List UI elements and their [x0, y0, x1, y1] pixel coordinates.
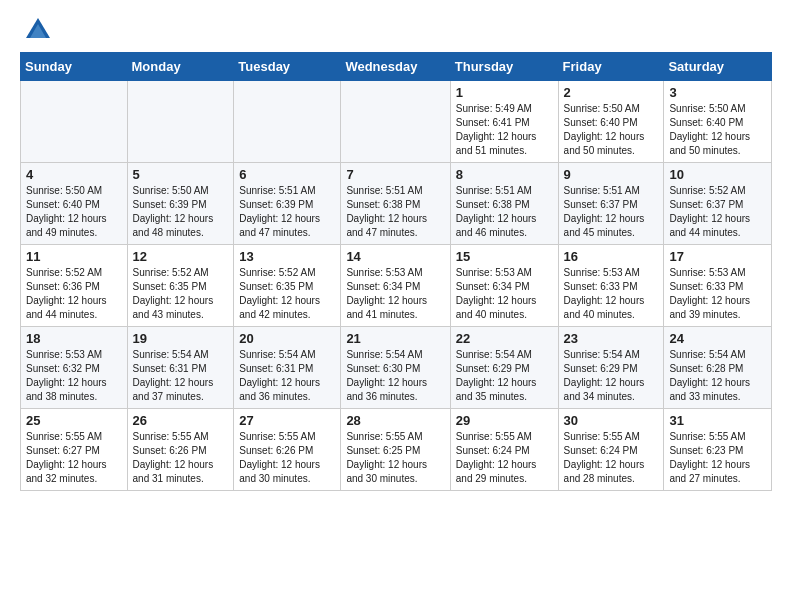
day-number: 1 [456, 85, 553, 100]
day-number: 7 [346, 167, 444, 182]
calendar-cell: 10Sunrise: 5:52 AMSunset: 6:37 PMDayligh… [664, 163, 772, 245]
day-info: Sunrise: 5:51 AMSunset: 6:37 PMDaylight:… [564, 184, 659, 240]
day-info: Sunrise: 5:50 AMSunset: 6:39 PMDaylight:… [133, 184, 229, 240]
day-number: 30 [564, 413, 659, 428]
calendar-cell: 6Sunrise: 5:51 AMSunset: 6:39 PMDaylight… [234, 163, 341, 245]
calendar-cell: 8Sunrise: 5:51 AMSunset: 6:38 PMDaylight… [450, 163, 558, 245]
day-number: 22 [456, 331, 553, 346]
day-info: Sunrise: 5:50 AMSunset: 6:40 PMDaylight:… [564, 102, 659, 158]
day-number: 11 [26, 249, 122, 264]
calendar-cell: 28Sunrise: 5:55 AMSunset: 6:25 PMDayligh… [341, 409, 450, 491]
calendar-cell: 9Sunrise: 5:51 AMSunset: 6:37 PMDaylight… [558, 163, 664, 245]
day-info: Sunrise: 5:54 AMSunset: 6:30 PMDaylight:… [346, 348, 444, 404]
weekday-header-sunday: Sunday [21, 53, 128, 81]
day-number: 13 [239, 249, 335, 264]
day-number: 31 [669, 413, 766, 428]
day-info: Sunrise: 5:55 AMSunset: 6:25 PMDaylight:… [346, 430, 444, 486]
logo-icon [24, 16, 52, 44]
day-info: Sunrise: 5:51 AMSunset: 6:38 PMDaylight:… [346, 184, 444, 240]
day-info: Sunrise: 5:54 AMSunset: 6:31 PMDaylight:… [133, 348, 229, 404]
calendar-cell: 15Sunrise: 5:53 AMSunset: 6:34 PMDayligh… [450, 245, 558, 327]
calendar-cell: 22Sunrise: 5:54 AMSunset: 6:29 PMDayligh… [450, 327, 558, 409]
calendar-cell: 26Sunrise: 5:55 AMSunset: 6:26 PMDayligh… [127, 409, 234, 491]
day-info: Sunrise: 5:53 AMSunset: 6:33 PMDaylight:… [564, 266, 659, 322]
calendar: SundayMondayTuesdayWednesdayThursdayFrid… [20, 52, 772, 491]
logo [20, 16, 52, 44]
day-info: Sunrise: 5:53 AMSunset: 6:32 PMDaylight:… [26, 348, 122, 404]
day-number: 26 [133, 413, 229, 428]
weekday-header-friday: Friday [558, 53, 664, 81]
header [20, 16, 772, 44]
day-number: 12 [133, 249, 229, 264]
calendar-cell: 20Sunrise: 5:54 AMSunset: 6:31 PMDayligh… [234, 327, 341, 409]
calendar-cell: 31Sunrise: 5:55 AMSunset: 6:23 PMDayligh… [664, 409, 772, 491]
calendar-cell: 14Sunrise: 5:53 AMSunset: 6:34 PMDayligh… [341, 245, 450, 327]
calendar-week-3: 11Sunrise: 5:52 AMSunset: 6:36 PMDayligh… [21, 245, 772, 327]
day-number: 6 [239, 167, 335, 182]
day-number: 27 [239, 413, 335, 428]
day-number: 25 [26, 413, 122, 428]
day-info: Sunrise: 5:54 AMSunset: 6:31 PMDaylight:… [239, 348, 335, 404]
day-info: Sunrise: 5:52 AMSunset: 6:35 PMDaylight:… [133, 266, 229, 322]
page: SundayMondayTuesdayWednesdayThursdayFrid… [0, 0, 792, 507]
calendar-cell: 30Sunrise: 5:55 AMSunset: 6:24 PMDayligh… [558, 409, 664, 491]
day-info: Sunrise: 5:54 AMSunset: 6:28 PMDaylight:… [669, 348, 766, 404]
day-info: Sunrise: 5:51 AMSunset: 6:38 PMDaylight:… [456, 184, 553, 240]
day-info: Sunrise: 5:52 AMSunset: 6:37 PMDaylight:… [669, 184, 766, 240]
day-info: Sunrise: 5:53 AMSunset: 6:34 PMDaylight:… [346, 266, 444, 322]
day-info: Sunrise: 5:52 AMSunset: 6:35 PMDaylight:… [239, 266, 335, 322]
calendar-week-1: 1Sunrise: 5:49 AMSunset: 6:41 PMDaylight… [21, 81, 772, 163]
day-number: 21 [346, 331, 444, 346]
day-number: 5 [133, 167, 229, 182]
calendar-cell [234, 81, 341, 163]
day-info: Sunrise: 5:51 AMSunset: 6:39 PMDaylight:… [239, 184, 335, 240]
weekday-header-tuesday: Tuesday [234, 53, 341, 81]
day-info: Sunrise: 5:54 AMSunset: 6:29 PMDaylight:… [456, 348, 553, 404]
day-number: 9 [564, 167, 659, 182]
day-info: Sunrise: 5:53 AMSunset: 6:33 PMDaylight:… [669, 266, 766, 322]
day-info: Sunrise: 5:50 AMSunset: 6:40 PMDaylight:… [26, 184, 122, 240]
calendar-cell [127, 81, 234, 163]
day-info: Sunrise: 5:55 AMSunset: 6:26 PMDaylight:… [239, 430, 335, 486]
day-info: Sunrise: 5:55 AMSunset: 6:24 PMDaylight:… [456, 430, 553, 486]
calendar-cell: 7Sunrise: 5:51 AMSunset: 6:38 PMDaylight… [341, 163, 450, 245]
calendar-cell: 23Sunrise: 5:54 AMSunset: 6:29 PMDayligh… [558, 327, 664, 409]
calendar-cell: 1Sunrise: 5:49 AMSunset: 6:41 PMDaylight… [450, 81, 558, 163]
day-info: Sunrise: 5:52 AMSunset: 6:36 PMDaylight:… [26, 266, 122, 322]
day-number: 28 [346, 413, 444, 428]
calendar-cell: 27Sunrise: 5:55 AMSunset: 6:26 PMDayligh… [234, 409, 341, 491]
calendar-cell: 5Sunrise: 5:50 AMSunset: 6:39 PMDaylight… [127, 163, 234, 245]
calendar-cell: 21Sunrise: 5:54 AMSunset: 6:30 PMDayligh… [341, 327, 450, 409]
day-info: Sunrise: 5:55 AMSunset: 6:26 PMDaylight:… [133, 430, 229, 486]
weekday-header-monday: Monday [127, 53, 234, 81]
weekday-header-wednesday: Wednesday [341, 53, 450, 81]
calendar-cell [341, 81, 450, 163]
day-info: Sunrise: 5:50 AMSunset: 6:40 PMDaylight:… [669, 102, 766, 158]
day-number: 18 [26, 331, 122, 346]
day-number: 23 [564, 331, 659, 346]
calendar-cell: 11Sunrise: 5:52 AMSunset: 6:36 PMDayligh… [21, 245, 128, 327]
day-info: Sunrise: 5:55 AMSunset: 6:23 PMDaylight:… [669, 430, 766, 486]
day-number: 24 [669, 331, 766, 346]
day-number: 2 [564, 85, 659, 100]
calendar-cell: 18Sunrise: 5:53 AMSunset: 6:32 PMDayligh… [21, 327, 128, 409]
day-number: 20 [239, 331, 335, 346]
calendar-week-5: 25Sunrise: 5:55 AMSunset: 6:27 PMDayligh… [21, 409, 772, 491]
day-info: Sunrise: 5:53 AMSunset: 6:34 PMDaylight:… [456, 266, 553, 322]
calendar-cell: 3Sunrise: 5:50 AMSunset: 6:40 PMDaylight… [664, 81, 772, 163]
day-number: 4 [26, 167, 122, 182]
calendar-week-4: 18Sunrise: 5:53 AMSunset: 6:32 PMDayligh… [21, 327, 772, 409]
calendar-cell: 12Sunrise: 5:52 AMSunset: 6:35 PMDayligh… [127, 245, 234, 327]
day-info: Sunrise: 5:54 AMSunset: 6:29 PMDaylight:… [564, 348, 659, 404]
weekday-header-thursday: Thursday [450, 53, 558, 81]
day-number: 14 [346, 249, 444, 264]
calendar-cell: 25Sunrise: 5:55 AMSunset: 6:27 PMDayligh… [21, 409, 128, 491]
day-number: 19 [133, 331, 229, 346]
calendar-cell: 17Sunrise: 5:53 AMSunset: 6:33 PMDayligh… [664, 245, 772, 327]
day-info: Sunrise: 5:55 AMSunset: 6:27 PMDaylight:… [26, 430, 122, 486]
day-number: 16 [564, 249, 659, 264]
day-number: 29 [456, 413, 553, 428]
weekday-header-row: SundayMondayTuesdayWednesdayThursdayFrid… [21, 53, 772, 81]
calendar-week-2: 4Sunrise: 5:50 AMSunset: 6:40 PMDaylight… [21, 163, 772, 245]
calendar-cell: 13Sunrise: 5:52 AMSunset: 6:35 PMDayligh… [234, 245, 341, 327]
